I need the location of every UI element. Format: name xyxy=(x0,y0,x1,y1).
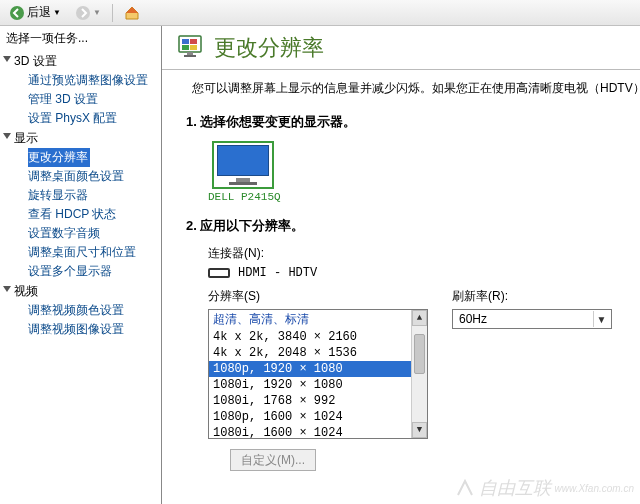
tree-item[interactable]: 查看 HDCP 状态 xyxy=(0,205,161,224)
scroll-thumb[interactable] xyxy=(414,334,425,374)
listbox-scrollbar[interactable]: ▲ ▼ xyxy=(411,310,427,438)
resolution-option[interactable]: 1080i, 1920 × 1080 xyxy=(209,377,427,393)
resolution-option[interactable]: 1080i, 1600 × 1024 xyxy=(209,425,427,439)
page-description: 您可以调整屏幕上显示的信息量并减少闪烁。如果您正在使用高清晰度电视（HDTV），… xyxy=(162,70,640,103)
tree-item[interactable]: 管理 3D 设置 xyxy=(0,90,161,109)
refresh-rate-value: 60Hz xyxy=(459,312,487,326)
tree-group[interactable]: 3D 设置 xyxy=(0,51,161,71)
listbox-header: 超清、高清、标清 xyxy=(209,310,427,329)
back-icon xyxy=(9,5,25,21)
section-select-display: 1. 选择你想要变更的显示器。 DELL P2415Q xyxy=(162,103,640,207)
monitor-label: DELL P2415Q xyxy=(208,191,278,203)
tree-item[interactable]: 调整视频颜色设置 xyxy=(0,301,161,320)
tree-item[interactable]: 调整桌面颜色设置 xyxy=(0,167,161,186)
resolution-option[interactable]: 1080p, 1600 × 1024 xyxy=(209,409,427,425)
tree-item[interactable]: 更改分辨率 xyxy=(28,148,90,167)
content-panel: 更改分辨率 您可以调整屏幕上显示的信息量并减少闪烁。如果您正在使用高清晰度电视（… xyxy=(162,26,640,504)
connector-value: HDMI - HDTV xyxy=(238,266,317,280)
custom-button[interactable]: 自定义(M)... xyxy=(230,449,316,471)
tree-item[interactable]: 设置数字音频 xyxy=(0,224,161,243)
forward-button[interactable]: ▼ xyxy=(70,2,106,24)
monitor-icon xyxy=(212,141,274,189)
main-split: 选择一项任务... 3D 设置通过预览调整图像设置管理 3D 设置设置 Phys… xyxy=(0,26,640,504)
svg-rect-4 xyxy=(190,39,197,44)
chevron-down-icon: ▼ xyxy=(53,8,61,17)
connector-label: 连接器(N): xyxy=(208,245,626,262)
section2-title: 2. 应用以下分辨率。 xyxy=(186,217,626,235)
resolution-listbox[interactable]: 超清、高清、标清 4k x 2k, 3840 × 21604k x 2k, 20… xyxy=(208,309,428,439)
toolbar-separator xyxy=(112,4,113,22)
display-settings-icon xyxy=(176,32,204,63)
tree-group[interactable]: 视频 xyxy=(0,281,161,301)
home-icon xyxy=(124,5,140,21)
svg-point-0 xyxy=(10,6,24,20)
chevron-down-icon: ▼ xyxy=(93,8,101,17)
resolution-option[interactable]: 4k x 2k, 2048 × 1536 xyxy=(209,345,427,361)
tree-item[interactable]: 调整视频图像设置 xyxy=(0,320,161,339)
svg-rect-6 xyxy=(190,45,197,50)
svg-rect-3 xyxy=(182,39,189,44)
resolution-option[interactable]: 1080i, 1768 × 992 xyxy=(209,393,427,409)
tree-item[interactable]: 设置多个显示器 xyxy=(0,262,161,281)
back-button[interactable]: 后退 ▼ xyxy=(4,1,66,24)
svg-rect-7 xyxy=(187,52,193,55)
scroll-up-button[interactable]: ▲ xyxy=(412,310,427,326)
tree-item[interactable]: 旋转显示器 xyxy=(0,186,161,205)
svg-rect-5 xyxy=(182,45,189,50)
tree-item[interactable]: 通过预览调整图像设置 xyxy=(0,71,161,90)
hdmi-icon xyxy=(208,268,230,278)
svg-point-1 xyxy=(76,6,90,20)
sidebar: 选择一项任务... 3D 设置通过预览调整图像设置管理 3D 设置设置 Phys… xyxy=(0,26,162,504)
monitor-option[interactable]: DELL P2415Q xyxy=(208,141,278,203)
back-label: 后退 xyxy=(27,4,51,21)
page-header: 更改分辨率 xyxy=(162,26,640,70)
task-tree: 3D 设置通过预览调整图像设置管理 3D 设置设置 PhysX 配置显示更改分辨… xyxy=(0,49,161,339)
toolbar: 后退 ▼ ▼ xyxy=(0,0,640,26)
svg-rect-8 xyxy=(184,55,196,57)
resolution-option[interactable]: 1080p, 1920 × 1080 xyxy=(209,361,427,377)
tree-group[interactable]: 显示 xyxy=(0,128,161,148)
resolution-label: 分辨率(S) xyxy=(208,288,428,305)
connector-row: HDMI - HDTV xyxy=(208,266,626,280)
sidebar-title: 选择一项任务... xyxy=(0,26,161,49)
forward-icon xyxy=(75,5,91,21)
section1-title: 1. 选择你想要变更的显示器。 xyxy=(186,113,626,131)
section-apply-resolution: 2. 应用以下分辨率。 连接器(N): HDMI - HDTV 分辨率(S) 超… xyxy=(162,207,640,475)
tree-item[interactable]: 设置 PhysX 配置 xyxy=(0,109,161,128)
refresh-rate-dropdown[interactable]: 60Hz ▼ xyxy=(452,309,612,329)
resolution-option[interactable]: 4k x 2k, 3840 × 2160 xyxy=(209,329,427,345)
scroll-down-button[interactable]: ▼ xyxy=(412,422,427,438)
home-button[interactable] xyxy=(119,2,145,24)
chevron-down-icon: ▼ xyxy=(593,311,609,327)
page-title: 更改分辨率 xyxy=(214,33,324,63)
tree-item[interactable]: 调整桌面尺寸和位置 xyxy=(0,243,161,262)
refresh-label: 刷新率(R): xyxy=(452,288,612,305)
